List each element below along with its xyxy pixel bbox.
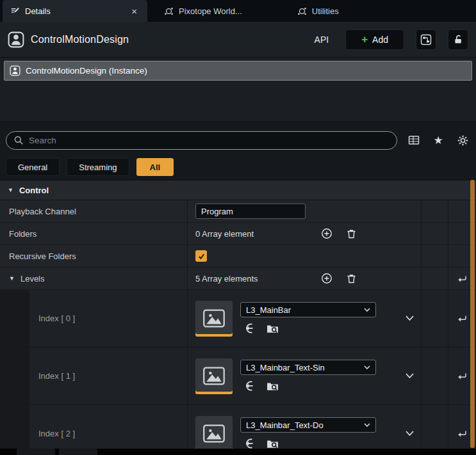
blueprint-icon: [420, 34, 432, 45]
instance-label: ControlMotionDesign (Instance): [26, 66, 147, 76]
settings-button[interactable]: [455, 132, 470, 148]
browse-asset-icon[interactable]: [266, 438, 279, 449]
folders-count: 0 Array element: [195, 229, 318, 239]
browse-asset-icon[interactable]: [266, 323, 279, 334]
expand-chevron-icon: [405, 372, 414, 379]
category-control[interactable]: ▼ Control: [0, 180, 476, 200]
expand-button[interactable]: [405, 372, 414, 379]
bottom-panel-edge: [0, 449, 476, 455]
add-element-button[interactable]: [318, 270, 335, 287]
property-name: Recursive Folders: [9, 251, 76, 261]
empty-cell: [421, 245, 448, 267]
filter-streaming-button[interactable]: Streaming: [67, 158, 129, 176]
expand-chevron-icon: [405, 315, 414, 322]
details-tab-icon: [10, 6, 20, 16]
blueprint-button[interactable]: [416, 29, 436, 50]
image-icon: [202, 308, 226, 329]
asset-select-label: L3_Mainbar_Text-Do: [246, 420, 360, 430]
clear-array-button[interactable]: [343, 270, 359, 287]
empty-cell: [421, 347, 448, 404]
favorites-button[interactable]: ★: [431, 132, 446, 148]
detail-view-button[interactable]: [406, 132, 422, 148]
empty-cell: [421, 290, 448, 347]
filter-general-button[interactable]: General: [6, 158, 60, 176]
plus-icon: +: [361, 34, 368, 45]
search-input[interactable]: [29, 136, 390, 145]
search-icon: [13, 135, 24, 145]
tab-details[interactable]: Details ×: [3, 0, 147, 22]
revert-icon: [457, 371, 468, 381]
column-view-icon: [408, 134, 420, 146]
star-icon: ★: [433, 135, 443, 146]
asset-select-label: L3_MainBar: [246, 305, 360, 315]
add-button[interactable]: + Add: [345, 29, 404, 50]
tab-bar: Details × Pixotope World... Utilities: [0, 0, 476, 22]
plus-circle-icon: [321, 273, 332, 284]
gear-icon: [457, 134, 469, 147]
bottom-tab-nub: [59, 449, 97, 455]
asset-thumbnail[interactable]: [195, 358, 233, 394]
property-row-recursive-folders: Recursive Folders: [0, 245, 476, 267]
actor-icon: [8, 31, 24, 48]
browse-asset-icon[interactable]: [266, 380, 279, 392]
tab-pixotope-world[interactable]: Pixotope World...: [156, 0, 250, 22]
lock-button[interactable]: [448, 29, 468, 50]
asset-select[interactable]: L3_MainBar: [240, 302, 376, 317]
details-panel: Details × Pixotope World... Utilities Co…: [0, 0, 476, 455]
instance-row[interactable]: ControlMotionDesign (Instance): [4, 61, 472, 81]
level-row: Index [ 1 ] L3_Mainbar_Text-Sin: [0, 347, 476, 405]
chevron-down-icon: [364, 308, 370, 312]
trash-icon: [346, 273, 357, 284]
tab-close-icon[interactable]: ×: [129, 5, 140, 17]
search-row: ★: [0, 126, 476, 154]
playback-channel-input[interactable]: [195, 204, 306, 219]
expand-button[interactable]: [405, 315, 414, 322]
property-name: Levels: [21, 274, 45, 283]
collapse-triangle-icon[interactable]: ▼: [9, 276, 15, 282]
collapse-triangle-icon[interactable]: ▼: [8, 188, 13, 193]
property-row-playback-channel: Playback Channel: [0, 200, 476, 223]
level-row: Index [ 0 ] L3_MainBar: [0, 290, 476, 347]
empty-cell: [421, 223, 448, 244]
use-selected-button[interactable]: [243, 379, 256, 392]
clear-array-button[interactable]: [343, 225, 359, 242]
use-selected-button[interactable]: [243, 437, 256, 449]
chevron-down-icon: [364, 365, 370, 370]
image-icon: [202, 366, 226, 387]
property-name: Folders: [9, 229, 37, 239]
empty-cell: [421, 200, 448, 222]
expand-button[interactable]: [405, 430, 414, 437]
asset-select-label: L3_Mainbar_Text-Sin: [246, 363, 360, 372]
tab-label: Utilities: [312, 6, 339, 16]
recursive-folders-checkbox[interactable]: [195, 250, 207, 262]
property-grid: ▼ Control Playback Channel Folders 0 Arr…: [0, 180, 476, 449]
panel-header: ControlMotionDesign API + Add: [0, 22, 476, 57]
add-element-button[interactable]: [318, 225, 335, 242]
filter-all-button[interactable]: All: [136, 158, 174, 176]
check-icon: [197, 252, 206, 260]
revert-icon: [457, 428, 468, 439]
asset-select[interactable]: L3_Mainbar_Text-Do: [240, 417, 376, 433]
asset-thumbnail[interactable]: [195, 301, 233, 337]
use-selected-button[interactable]: [243, 322, 256, 335]
add-button-label: Add: [372, 35, 388, 45]
revert-icon: [457, 313, 468, 324]
image-icon: [202, 424, 226, 444]
property-row-folders: Folders 0 Array element: [0, 223, 476, 245]
tab-label: Details: [25, 6, 124, 16]
tab-utilities[interactable]: Utilities: [290, 0, 347, 22]
index-label: Index [ 0 ]: [38, 314, 75, 323]
utilities-icon: [297, 6, 307, 16]
pixotope-world-icon: [164, 6, 174, 16]
asset-thumbnail[interactable]: [195, 416, 233, 449]
asset-select[interactable]: L3_Mainbar_Text-Sin: [240, 360, 376, 375]
lock-icon: [453, 34, 464, 45]
selection-list: ControlMotionDesign (Instance): [0, 57, 476, 122]
property-row-levels: ▼ Levels 5 Array elements: [0, 267, 476, 290]
index-label: Index [ 2 ]: [38, 429, 75, 438]
vertical-scrollbar[interactable]: [470, 180, 475, 448]
index-label: Index [ 1 ]: [38, 371, 75, 381]
expand-chevron-icon: [405, 430, 414, 437]
search-box[interactable]: [6, 131, 397, 150]
tab-label: Pixotope World...: [179, 6, 242, 16]
